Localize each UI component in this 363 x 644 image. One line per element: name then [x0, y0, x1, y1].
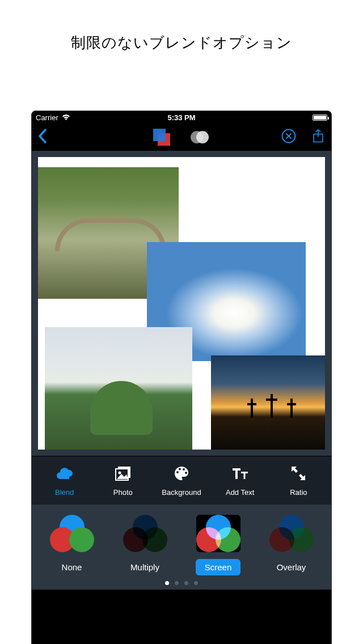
- canvas-area: [32, 151, 331, 456]
- wifi-icon: [62, 114, 70, 121]
- palette-icon: [172, 464, 191, 484]
- battery-icon: [313, 115, 327, 121]
- tool-tabs: Blend Photo Background Add Text Ratio: [32, 456, 331, 505]
- tab-photo[interactable]: Photo: [99, 464, 147, 497]
- blend-mode-overlay[interactable]: Overlay: [258, 515, 326, 575]
- share-button[interactable]: [311, 129, 326, 146]
- tab-add-text[interactable]: Add Text: [216, 464, 264, 497]
- blend-mode-label: Screen: [196, 559, 241, 575]
- blend-mode-label: None: [53, 559, 91, 575]
- venn-none-icon: [50, 515, 94, 552]
- tab-label: Ratio: [290, 488, 307, 497]
- status-bar: Carrier 5:33 PM: [32, 111, 331, 124]
- svg-point-10: [183, 468, 185, 471]
- blend-mode-multiply[interactable]: Multiply: [111, 515, 179, 575]
- status-time: 5:33 PM: [167, 113, 195, 122]
- venn-screen-icon: [196, 515, 240, 552]
- tab-label: Photo: [113, 488, 133, 497]
- back-button[interactable]: [37, 128, 48, 146]
- text-icon: [231, 464, 249, 484]
- page-dot[interactable]: [175, 581, 179, 585]
- page-dot[interactable]: [165, 581, 169, 585]
- top-toolbar: [32, 124, 331, 151]
- tab-label: Blend: [55, 488, 74, 497]
- page-dot[interactable]: [194, 581, 198, 585]
- svg-point-11: [185, 472, 187, 474]
- blend-mode-screen[interactable]: Screen: [184, 515, 252, 575]
- blend-panel: None Multiply Screen Overlay: [32, 505, 331, 590]
- tab-label: Background: [162, 488, 201, 497]
- venn-multiply-icon: [123, 515, 167, 552]
- expand-icon: [289, 464, 307, 484]
- page-title: 制限のないブレンドオプション: [0, 0, 363, 53]
- svg-point-7: [118, 472, 121, 474]
- blend-logo-icon[interactable]: [153, 129, 170, 146]
- blend-mode-none[interactable]: None: [38, 515, 106, 575]
- tab-blend[interactable]: Blend: [40, 464, 89, 497]
- device-frame: Carrier 5:33 PM: [31, 111, 332, 644]
- effect-circles-icon[interactable]: [191, 129, 210, 145]
- page-dot[interactable]: [184, 581, 188, 585]
- svg-point-8: [176, 471, 179, 473]
- cloud-icon: [56, 464, 74, 484]
- carrier-label: Carrier: [36, 113, 58, 122]
- canvas-image-3[interactable]: [45, 327, 192, 450]
- close-button[interactable]: [281, 129, 296, 146]
- image-canvas[interactable]: [38, 157, 325, 450]
- tab-background[interactable]: Background: [157, 464, 206, 497]
- tab-ratio[interactable]: Ratio: [274, 464, 323, 497]
- venn-overlay-icon: [269, 515, 314, 552]
- picture-icon: [114, 464, 132, 484]
- tab-label: Add Text: [226, 488, 254, 497]
- blend-mode-label: Multiply: [121, 559, 168, 575]
- blend-mode-label: Overlay: [268, 559, 315, 575]
- canvas-image-4[interactable]: [211, 355, 325, 450]
- pagination-dots: [32, 575, 331, 585]
- svg-point-9: [179, 468, 181, 471]
